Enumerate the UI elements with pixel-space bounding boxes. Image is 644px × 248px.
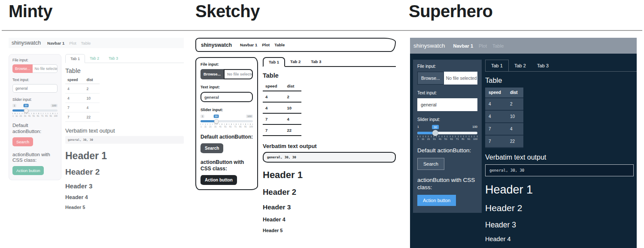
main-content: Tab 1 Tab 2 Tab 3 Table speed dist 42 41… — [485, 60, 637, 248]
cell: 22 — [85, 112, 100, 122]
slider-labels: 1 30 100 — [200, 115, 253, 119]
action-button[interactable]: Action button — [12, 166, 44, 175]
search-button[interactable]: Search — [417, 158, 444, 170]
file-placeholder: No file selected — [444, 72, 477, 85]
header-3: Header 3 — [485, 221, 637, 230]
navbar-brand[interactable]: shinyswatch — [413, 42, 445, 49]
navbar-brand[interactable]: shinyswatch — [12, 40, 41, 46]
text-input[interactable] — [200, 92, 253, 102]
col-dist: dist — [507, 88, 523, 98]
slider-tick-label: 21 — [20, 115, 22, 117]
text-input[interactable] — [12, 84, 58, 93]
col-speed: speed — [65, 76, 85, 84]
browse-button[interactable]: Browse... — [12, 64, 33, 73]
slider-handle[interactable] — [432, 130, 438, 136]
default-actionbutton-label: Default actionButton: — [417, 147, 477, 154]
slider-tick-label: 81 — [46, 115, 48, 117]
nav-item-table[interactable]: Table — [274, 42, 285, 47]
cell: 2 — [507, 98, 523, 110]
tab-1[interactable]: Tab 1 — [263, 57, 285, 67]
file-input-label: File input: — [200, 62, 253, 67]
tab-bar: Tab 1 Tab 2 Tab 3 — [65, 54, 184, 63]
cell: 2 — [85, 84, 100, 94]
navbar-brand[interactable]: shinyswatch — [201, 42, 232, 48]
slider-input[interactable]: 1 30 100 1112131415161718191100 — [12, 104, 58, 117]
header-5: Header 5 — [263, 228, 396, 233]
minty-theme-preview: shinyswatch Navbar 1 Plot Table File inp… — [9, 38, 184, 210]
slider-min-label: 1 — [417, 125, 419, 129]
tab-3[interactable]: Tab 3 — [532, 60, 554, 71]
verbatim-output: general, 30, 30 — [263, 152, 396, 163]
nav-item-navbar1[interactable]: Navbar 1 — [47, 41, 64, 45]
col-dist: dist — [284, 82, 301, 91]
slider-value-badge: 30 — [213, 115, 219, 118]
slider-tick-label: 100 — [473, 138, 477, 140]
table-heading: Table — [485, 76, 637, 85]
css-actionbutton-label: actionButton with CSS class: — [200, 159, 253, 172]
slider-tick-label: 61 — [229, 125, 232, 128]
slider-handle[interactable] — [24, 108, 28, 113]
nav-item-navbar1[interactable]: Navbar 1 — [453, 43, 473, 48]
slider-track[interactable] — [12, 109, 58, 112]
main-content: Tab 1 Tab 2 Tab 3 Table speed dist 42 41… — [263, 57, 396, 233]
cell: 7 — [485, 123, 507, 135]
browse-button[interactable]: Browse... — [200, 69, 224, 79]
header-1: Header 1 — [485, 183, 637, 197]
header-5: Header 5 — [65, 205, 184, 210]
header-1: Header 1 — [263, 169, 396, 181]
search-button[interactable]: Search — [12, 137, 33, 146]
table-row: 74 — [263, 113, 301, 124]
nav-item-plot[interactable]: Plot — [69, 41, 76, 45]
slider-tick-label: 71 — [234, 125, 237, 128]
cell: 4 — [485, 110, 507, 123]
slider-min-label: 1 — [200, 115, 204, 118]
col-speed: speed — [263, 82, 284, 91]
nav-item-plot[interactable]: Plot — [479, 43, 487, 48]
search-button[interactable]: Search — [200, 143, 223, 153]
tab-3[interactable]: Tab 3 — [104, 54, 123, 63]
slider-tick-label: 100 — [54, 115, 58, 117]
slider-tick-label: 41 — [219, 125, 222, 128]
table-row: 42 — [485, 98, 523, 110]
slider-input[interactable]: 1 30 100 1112131415161718191100 — [417, 125, 477, 140]
browse-button[interactable]: Browse... — [417, 72, 444, 85]
file-placeholder: No file selected — [33, 64, 58, 73]
tab-bar: Tab 1 Tab 2 Tab 3 — [485, 60, 637, 72]
nav-item-table[interactable]: Table — [81, 41, 91, 45]
text-input-label: Text input: — [417, 91, 477, 95]
slider-track[interactable] — [417, 132, 477, 134]
cell: 7 — [263, 113, 284, 124]
slider-tick-label: 51 — [444, 138, 447, 140]
slider-input-label: Slider input: — [12, 97, 58, 102]
slider-tick-label: 61 — [37, 115, 39, 117]
tab-2[interactable]: Tab 2 — [85, 54, 104, 63]
tab-1[interactable]: Tab 1 — [65, 54, 85, 63]
app-body: File input: Browse... No file selected T… — [410, 60, 637, 248]
verbatim-heading: Verbatim text output — [65, 127, 184, 134]
tab-2[interactable]: Tab 2 — [285, 57, 306, 66]
slider-tick-labels: 1112131415161718191100 — [417, 138, 477, 140]
slider-handle[interactable] — [214, 119, 219, 124]
nav-item-table[interactable]: Table — [492, 43, 504, 48]
header-1: Header 1 — [65, 150, 184, 162]
text-input[interactable] — [417, 98, 477, 111]
slider-tick-label: 100 — [249, 125, 253, 128]
header-3: Header 3 — [65, 182, 184, 190]
slider-tick-label: 1 — [200, 125, 202, 128]
data-table: speed dist 42 410 74 722 — [263, 82, 301, 136]
navbar: shinyswatch Navbar 1 Plot Table — [9, 38, 184, 48]
slider-track[interactable] — [200, 120, 253, 122]
slider-input[interactable]: 1 30 100 1112131415161718191100 — [200, 115, 253, 128]
table-row: 42 — [65, 84, 100, 94]
tab-2[interactable]: Tab 2 — [509, 60, 532, 71]
action-button[interactable]: Action button — [200, 175, 237, 185]
tab-1[interactable]: Tab 1 — [485, 60, 509, 72]
action-button[interactable]: Action button — [417, 195, 456, 206]
tab-3[interactable]: Tab 3 — [306, 57, 326, 66]
nav-item-plot[interactable]: Plot — [262, 42, 270, 47]
nav-item-navbar1[interactable]: Navbar 1 — [240, 42, 257, 47]
superhero-theme-preview: shinyswatch Navbar 1 Plot Table File inp… — [410, 38, 637, 248]
slider-tick-label: 11 — [422, 138, 424, 140]
table-heading: Table — [65, 67, 184, 74]
verbatim-heading: Verbatim text output — [263, 143, 396, 149]
